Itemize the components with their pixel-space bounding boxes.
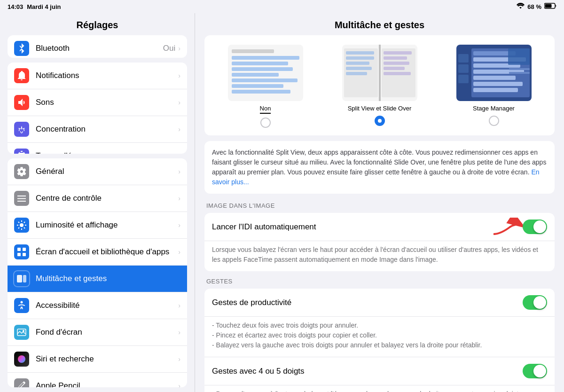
settings-row-lancer-idi: Lancer l'IDI automatiquement [204,213,555,241]
applepencil-chevron: › [178,382,180,387]
mode-splitview-image [342,45,417,101]
svg-rect-24 [346,51,374,55]
concentration-icon [14,122,29,137]
mode-description-box: Avec la fonctionnalité Split View, deux … [204,141,555,194]
svg-rect-8 [23,275,26,282]
gestes-4-5-desc: - Passez d'une app à l'autre en balayant… [204,385,555,392]
mode-cards: Non [204,35,555,135]
ecran-label: Écran d'accueil et bibliothèque d'apps [36,247,178,257]
bluetooth-label: Bluetooth [36,44,163,53]
sidebar-item-temps[interactable]: Temps d'écran › [8,143,187,154]
accessibilite-chevron: › [178,302,180,309]
applepencil-icon [14,378,29,387]
bluetooth-icon [14,41,29,56]
general-icon [14,164,29,179]
centre-icon [14,191,29,206]
siri-label: Siri et recherche [36,354,178,364]
sidebar-group2: Notifications › Sons › Concentration › [8,63,187,154]
sidebar-group-bluetooth: Bluetooth Oui › [8,35,187,58]
sons-icon [14,95,29,110]
svg-rect-27 [346,67,372,70]
luminosite-icon [14,218,29,233]
sidebar-title: Réglages [0,13,195,35]
sons-label: Sons [36,98,178,107]
centre-chevron: › [178,195,180,202]
svg-rect-6 [23,253,26,256]
temps-label: Temps d'écran [36,151,178,154]
content-area: Multitâche et gestes [195,13,564,392]
gestes-productivite-label: Gestes de productivité [212,298,523,307]
svg-rect-16 [232,62,288,65]
mode-card-stagemanager[interactable]: Stage Manager [440,45,547,128]
svg-rect-50 [509,72,530,74]
sidebar-item-siri[interactable]: Siri et recherche › [8,346,187,373]
svg-rect-34 [384,72,411,75]
sidebar-item-applepencil[interactable]: Apple Pencil › [8,373,187,387]
svg-rect-48 [508,48,530,65]
svg-rect-21 [232,90,290,94]
settings-card-idi: Lancer l'IDI automatiquement Lorsque vou… [204,213,555,271]
luminosite-label: Luminosité et affichage [36,220,178,230]
content-inner: Non [195,35,564,392]
sidebar-group3: Général › Centre de contrôle › Luminosit… [8,158,187,387]
sidebar: Réglages Bluetooth Oui › Notifications › [0,13,195,392]
gestes-4-5-toggle[interactable] [523,364,547,378]
sidebar-item-accessibilite[interactable]: Accessibilité › [8,292,187,319]
sidebar-item-general[interactable]: Général › [8,158,187,185]
svg-rect-45 [473,76,516,80]
svg-rect-26 [346,62,369,65]
svg-rect-4 [23,248,26,251]
mode-description: Avec la fonctionnalité Split View, deux … [212,148,547,187]
mode-stagemanager-radio[interactable] [489,116,499,126]
svg-rect-20 [232,84,283,88]
section-label-idi: IMAGE DANS L'IMAGE [204,199,555,212]
svg-rect-25 [346,56,374,60]
sidebar-item-sons[interactable]: Sons › [8,89,187,116]
svg-rect-33 [384,67,405,70]
svg-rect-38 [458,64,469,73]
svg-rect-1 [545,4,552,8]
mode-card-non[interactable]: Non [212,45,319,128]
date: Mardi 4 juin [27,3,61,10]
lancer-idi-toggle[interactable] [523,220,547,234]
svg-point-2 [20,223,24,227]
mode-non-radio[interactable] [260,118,271,128]
sidebar-item-concentration[interactable]: Concentration › [8,116,187,143]
time: 14:03 [8,3,23,10]
svg-rect-5 [17,253,21,256]
accessibilite-label: Accessibilité [36,301,178,310]
accessibilite-icon [14,298,29,313]
gestes-productivite-desc: - Touchez deux fois avec trois doigts po… [204,317,555,357]
lancer-idi-desc: Lorsque vous balayez l'écran vers le hau… [204,241,555,271]
svg-point-9 [21,301,23,304]
bluetooth-chevron: › [178,45,180,52]
svg-rect-15 [232,56,299,60]
svg-rect-18 [232,73,279,77]
sidebar-item-notifications[interactable]: Notifications › [8,63,187,89]
svg-rect-31 [384,56,407,60]
sidebar-item-luminosite[interactable]: Luminosité et affichage › [8,212,187,239]
sidebar-item-fond[interactable]: Fond d'écran › [8,319,187,346]
general-chevron: › [178,168,180,175]
multitache-label: Multitâche et gestes [36,274,180,283]
mode-card-splitview[interactable]: Split View et Slide Over [326,45,433,128]
settings-row-gestes-4-5: Gestes avec 4 ou 5 doigts [204,357,555,385]
svg-rect-3 [17,248,21,251]
settings-card-gestes: Gestes de productivité - Touchez deux fo… [204,289,555,392]
fond-label: Fond d'écran [36,328,178,337]
svg-rect-28 [346,72,367,75]
bluetooth-value: Oui [163,44,175,53]
content-title: Multitâche et gestes [195,13,564,35]
svg-rect-14 [232,49,274,53]
notifications-label: Notifications [36,71,178,80]
section-label-gestes: GESTES [204,275,555,288]
gestes-productivite-toggle[interactable] [523,295,547,310]
battery-icon [544,3,556,10]
sidebar-item-ecran[interactable]: Écran d'accueil et bibliothèque d'apps › [8,239,187,266]
mode-splitview-radio[interactable] [375,116,385,126]
battery-percentage: 68 % [527,3,541,10]
sidebar-item-centre[interactable]: Centre de contrôle › [8,185,187,212]
sidebar-item-bluetooth[interactable]: Bluetooth Oui › [8,35,187,58]
sidebar-item-multitache[interactable]: Multitâche et gestes [8,266,187,292]
svg-rect-7 [17,275,22,282]
